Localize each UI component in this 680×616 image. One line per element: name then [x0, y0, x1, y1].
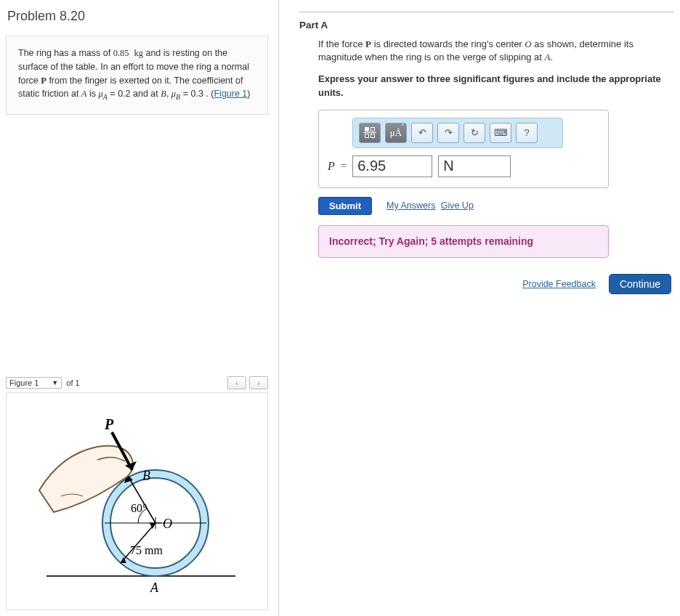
figure-selector[interactable]: Figure 1 ▼ [6, 377, 62, 389]
equals-sign: = [341, 158, 347, 174]
continue-button[interactable]: Continue [609, 274, 671, 294]
desc-text: and at [133, 89, 161, 99]
give-up-link[interactable]: Give Up [441, 200, 474, 211]
undo-icon: ↶ [418, 126, 426, 139]
help-button[interactable]: ? [516, 123, 538, 143]
figure-link[interactable]: Figure 1 [214, 89, 247, 99]
figure-panel: P B 60° O 75 mm A [6, 392, 268, 610]
var-P: P [365, 38, 371, 49]
fig-label-angle: 60° [131, 502, 147, 514]
mu-A-sym: μA [98, 89, 107, 99]
point-B: B [161, 89, 166, 99]
reset-button[interactable]: ↻ [464, 123, 485, 143]
feedback-message: Incorrect; Try Again; 5 attempts remaini… [318, 225, 609, 259]
figure-prev-button[interactable]: ‹ [227, 376, 246, 389]
desc-text: ) [247, 89, 250, 99]
desc-text: The ring has a mass of [18, 48, 113, 58]
part-label: Part A [299, 20, 674, 31]
desc-text: = [183, 89, 191, 99]
prompt-text: If the force [318, 38, 365, 49]
point-O: O [525, 38, 531, 49]
fig-label-B: B [142, 469, 150, 483]
units-icon: μÅ [390, 126, 402, 139]
help-icon: ? [524, 126, 529, 139]
mu-B-val: 0.3 [190, 89, 203, 99]
part-instruction: Express your answer to three significant… [318, 73, 674, 99]
prompt-text: is directed towards the ring's center [374, 38, 525, 49]
desc-text: = [110, 89, 118, 99]
undo-button[interactable]: ↶ [411, 123, 433, 143]
answer-toolbar: μÅ ° ↶ ↷ ↻ ⌨ ? [352, 118, 563, 148]
answer-unit-input[interactable] [438, 155, 511, 177]
redo-button[interactable]: ↷ [437, 123, 459, 143]
fig-label-P: P [104, 416, 114, 432]
desc-text: is [89, 89, 99, 99]
templates-button[interactable] [359, 123, 381, 143]
problem-title: Problem 8.20 [7, 9, 268, 24]
figure-header: Figure 1 ▼ of 1 ‹ › [6, 375, 268, 392]
part-prompt: If the force P is directed towards the r… [318, 38, 674, 64]
units-button[interactable]: μÅ ° [385, 123, 407, 143]
submit-button[interactable]: Submit [318, 197, 372, 215]
reset-icon: ↻ [471, 126, 479, 139]
fig-label-A: A [150, 580, 159, 595]
mu-A-val: 0.2 [118, 89, 130, 99]
redo-icon: ↷ [445, 126, 453, 139]
answer-box: μÅ ° ↶ ↷ ↻ ⌨ ? P = [318, 110, 609, 188]
var-P: P [41, 76, 46, 86]
answer-var-label: P [328, 158, 335, 174]
chevron-down-icon: ▼ [52, 379, 58, 386]
answer-value-input[interactable] [352, 155, 432, 177]
figure-count: of 1 [66, 378, 79, 387]
point-A: A [81, 89, 87, 99]
desc-text: . ( [206, 89, 214, 99]
figure-next-button[interactable]: › [249, 376, 268, 389]
mass-unit: kg [134, 48, 143, 58]
fig-label-O: O [163, 516, 172, 531]
prompt-text: . [550, 52, 553, 62]
problem-description: The ring has a mass of 0.85 kg and is re… [6, 36, 268, 115]
mass-value: 0.85 [113, 48, 129, 58]
mu-B-sym: μB [171, 89, 180, 99]
provide-feedback-link[interactable]: Provide Feedback [522, 279, 596, 289]
figure-selector-label: Figure 1 [9, 378, 39, 387]
fig-label-radius: 75 mm [130, 544, 163, 556]
keyboard-button[interactable]: ⌨ [490, 123, 511, 143]
keyboard-icon: ⌨ [494, 126, 508, 139]
my-answers-link[interactable]: My Answers [386, 200, 435, 211]
